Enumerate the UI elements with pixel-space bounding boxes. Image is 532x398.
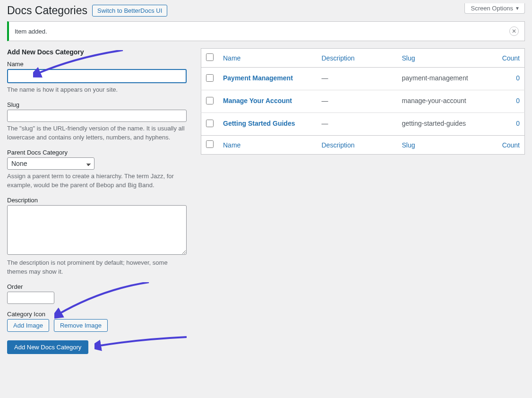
row-description: — bbox=[317, 113, 397, 136]
order-input[interactable] bbox=[7, 292, 54, 304]
table-row: Payment Management — payment-management … bbox=[201, 68, 525, 90]
row-slug: payment-management bbox=[397, 68, 492, 90]
parent-label: Parent Docs Category bbox=[7, 149, 187, 156]
row-slug: getting-started-guides bbox=[397, 113, 492, 136]
switch-to-betterdocs-button[interactable]: Switch to BetterDocs UI bbox=[92, 5, 167, 17]
description-textarea[interactable] bbox=[7, 205, 187, 255]
description-help: The description is not prominent by defa… bbox=[7, 258, 187, 277]
screen-options-label: Screen Options bbox=[471, 5, 513, 12]
slug-input[interactable] bbox=[7, 110, 187, 122]
name-help: The name is how it appears on your site. bbox=[7, 85, 187, 95]
row-count-link[interactable]: 0 bbox=[516, 120, 520, 127]
table-row: Manage Your Account — manage-your-accoun… bbox=[201, 90, 525, 113]
parent-select[interactable]: None bbox=[7, 157, 94, 170]
column-description-sort[interactable]: Description bbox=[322, 141, 355, 149]
notice-message: Item added. bbox=[15, 28, 47, 35]
column-name-sort[interactable]: Name bbox=[223, 141, 240, 149]
column-name-sort[interactable]: Name bbox=[223, 54, 240, 62]
category-icon-label: Category Icon bbox=[7, 311, 187, 318]
add-new-category-heading: Add New Docs Category bbox=[7, 48, 187, 56]
select-all-bottom-checkbox[interactable] bbox=[206, 140, 214, 148]
name-label: Name bbox=[7, 61, 187, 68]
row-count-link[interactable]: 0 bbox=[516, 97, 520, 104]
column-count-sort[interactable]: Count bbox=[502, 141, 520, 149]
row-description: — bbox=[317, 68, 397, 90]
notice-success: Item added. ✕ bbox=[7, 21, 525, 41]
order-label: Order bbox=[7, 283, 187, 290]
dismiss-notice-button[interactable]: ✕ bbox=[509, 26, 519, 36]
slug-label: Slug bbox=[7, 101, 187, 108]
row-title-link[interactable]: Manage Your Account bbox=[223, 97, 292, 104]
column-slug-sort[interactable]: Slug bbox=[402, 141, 415, 149]
annotation-arrow-icon bbox=[94, 336, 189, 355]
chevron-down-icon: ▼ bbox=[515, 6, 520, 11]
remove-image-button[interactable]: Remove Image bbox=[54, 319, 108, 332]
row-checkbox[interactable] bbox=[206, 120, 214, 127]
row-title-link[interactable]: Payment Management bbox=[223, 74, 293, 82]
description-label: Description bbox=[7, 197, 187, 204]
screen-options-toggle[interactable]: Screen Options ▼ bbox=[464, 3, 525, 14]
close-icon: ✕ bbox=[512, 28, 516, 35]
column-slug-sort[interactable]: Slug bbox=[402, 54, 415, 62]
page-title: Docs Categories bbox=[7, 4, 87, 17]
row-checkbox[interactable] bbox=[206, 74, 214, 82]
slug-help: The "slug" is the URL-friendly version o… bbox=[7, 124, 187, 142]
row-title-link[interactable]: Getting Started Guides bbox=[223, 120, 295, 127]
name-input[interactable] bbox=[7, 69, 187, 83]
row-count-link[interactable]: 0 bbox=[516, 74, 520, 82]
column-description-sort[interactable]: Description bbox=[322, 54, 355, 62]
add-new-docs-category-submit[interactable]: Add New Docs Category bbox=[7, 340, 88, 354]
categories-table: Name Description Slug Count Payment Mana… bbox=[201, 48, 525, 155]
select-all-top-checkbox[interactable] bbox=[206, 53, 214, 61]
column-count-sort[interactable]: Count bbox=[502, 54, 520, 62]
row-description: — bbox=[317, 90, 397, 113]
row-checkbox[interactable] bbox=[206, 97, 214, 104]
table-row: Getting Started Guides — getting-started… bbox=[201, 113, 525, 136]
table-body: Payment Management — payment-management … bbox=[201, 68, 525, 136]
add-image-button[interactable]: Add Image bbox=[7, 319, 49, 332]
row-slug: manage-your-account bbox=[397, 90, 492, 113]
parent-help: Assign a parent term to create a hierarc… bbox=[7, 172, 187, 190]
